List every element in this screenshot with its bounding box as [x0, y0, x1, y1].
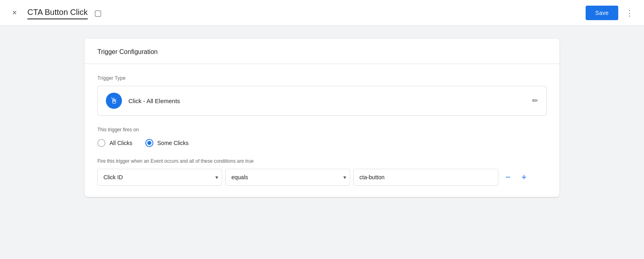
minus-icon: − [506, 173, 511, 182]
radio-circle-some-clicks [145, 139, 153, 147]
variable-select[interactable]: Click ID Click Classes Click Element Cli… [97, 169, 222, 186]
plus-icon: + [522, 173, 527, 182]
trigger-config-card: Trigger Configuration Trigger Type 🖱 Cli… [85, 39, 559, 197]
fires-on-label: This trigger fires on [97, 127, 547, 133]
header-left: × CTA Button Click ▢ [6, 5, 102, 21]
condition-row: Click ID Click Classes Click Element Cli… [97, 169, 547, 186]
more-options-icon: ⋮ [625, 8, 634, 18]
condition-label: Fire this trigger when an Event occurs a… [97, 158, 547, 164]
operator-select[interactable]: equals contains starts with ends with ma… [225, 169, 350, 186]
radio-all-clicks[interactable]: All Clicks [97, 139, 132, 147]
main-content: Trigger Configuration Trigger Type 🖱 Cli… [0, 26, 644, 259]
fires-on-radio-group: All Clicks Some Clicks [97, 139, 547, 147]
radio-label-all-clicks: All Clicks [109, 140, 132, 146]
card-header: Trigger Configuration [85, 39, 559, 64]
radio-some-clicks[interactable]: Some Clicks [145, 139, 189, 147]
more-options-button[interactable]: ⋮ [621, 5, 638, 21]
card-body: Trigger Type 🖱 Click - All Elements ✏ Th… [85, 64, 559, 197]
close-button[interactable]: × [6, 5, 23, 21]
save-button[interactable]: Save [586, 6, 618, 20]
trigger-type-selector[interactable]: 🖱 Click - All Elements ✏ [97, 86, 547, 116]
header-right: Save ⋮ [586, 5, 638, 21]
condition-value-input[interactable] [353, 169, 498, 186]
trigger-type-label: Trigger Type [97, 75, 547, 81]
trigger-type-value: Click - All Elements [128, 97, 532, 104]
mouse-icon: 🖱 [110, 96, 118, 106]
remove-condition-button[interactable]: − [502, 171, 514, 184]
radio-dot-some-clicks [147, 141, 151, 145]
variable-select-wrapper: Click ID Click Classes Click Element Cli… [97, 169, 222, 186]
operator-select-wrapper: equals contains starts with ends with ma… [225, 169, 350, 186]
add-condition-button[interactable]: + [518, 171, 530, 184]
card-title: Trigger Configuration [97, 48, 158, 55]
edit-icon[interactable]: ✏ [532, 96, 538, 105]
radio-circle-all-clicks [97, 139, 105, 147]
header: × CTA Button Click ▢ Save ⋮ [0, 0, 644, 26]
page-title: CTA Button Click [27, 6, 88, 19]
trigger-icon-circle: 🖱 [106, 93, 122, 109]
close-icon: × [12, 8, 17, 17]
radio-label-some-clicks: Some Clicks [157, 140, 189, 146]
folder-icon[interactable]: ▢ [94, 8, 102, 18]
